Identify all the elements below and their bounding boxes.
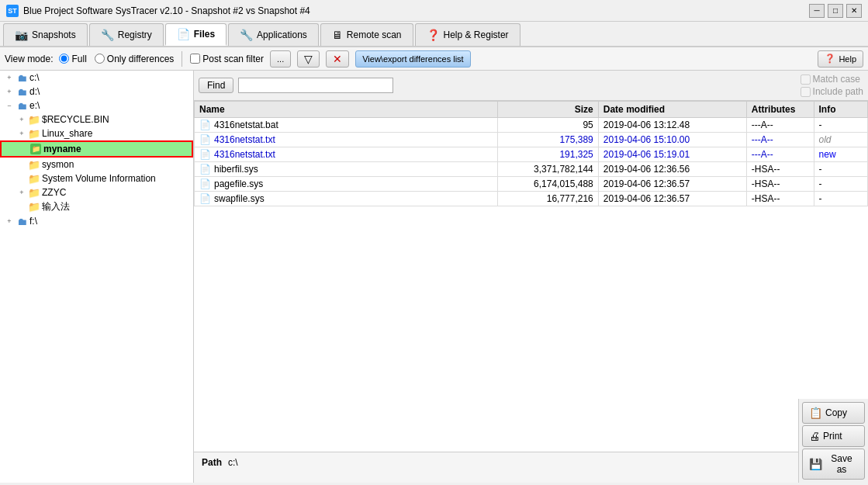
file-attributes-cell: ---A-- bbox=[746, 133, 814, 147]
expand-c-icon: + bbox=[3, 71, 16, 84]
view-mode-radio-group: Full Only differences bbox=[59, 54, 174, 64]
close-button[interactable]: ✕ bbox=[846, 4, 862, 18]
tree-item-linux-share[interactable]: + 📁 Linux_share bbox=[0, 126, 193, 140]
save-as-button[interactable]: 💾 Save as bbox=[802, 449, 865, 480]
file-name-cell: 📄pagefile.sys bbox=[195, 177, 498, 192]
tree-item-c[interactable]: + 🖿 c:\ bbox=[0, 71, 193, 85]
tab-files-label: Files bbox=[194, 29, 215, 40]
tree-label-sysvolinfo: System Volume Information bbox=[42, 173, 156, 184]
tree-item-sysmon[interactable]: 📁 sysmon bbox=[0, 158, 193, 171]
title-bar: ST Blue Project Software SysTracer v2.10… bbox=[0, 0, 868, 22]
print-icon: 🖨 bbox=[809, 430, 820, 442]
tab-remote-scan[interactable]: 🖥 Remote scan bbox=[320, 23, 413, 46]
radio-full[interactable]: Full bbox=[59, 54, 86, 64]
tree-item-recycle[interactable]: + 📁 $RECYCLE.BIN bbox=[0, 113, 193, 126]
file-size-cell: 6,174,015,488 bbox=[497, 177, 598, 192]
file-size-cell: 16,777,216 bbox=[497, 192, 598, 206]
tree-label-c: c:\ bbox=[29, 72, 40, 83]
file-tree-sidebar: + 🖿 c:\ + 🖿 d:\ − 🖿 e:\ + 📁 $RECYCLE.BIN… bbox=[0, 71, 194, 483]
radio-differences[interactable]: Only differences bbox=[95, 54, 175, 64]
tree-item-zzyc[interactable]: + 📁 ZZYC bbox=[0, 185, 193, 199]
minimize-button[interactable]: ─ bbox=[809, 4, 825, 18]
snapshots-icon: 📷 bbox=[15, 29, 28, 41]
post-scan-filter-checkbox[interactable]: Post scan filter bbox=[190, 54, 264, 64]
drive-c-icon: 🖿 bbox=[16, 71, 28, 84]
include-path-checkbox[interactable]: Include path bbox=[801, 86, 863, 97]
file-name-cell: 📄4316netstat.txt bbox=[195, 133, 498, 147]
file-info-cell: - bbox=[814, 192, 867, 206]
file-info-cell: - bbox=[814, 177, 867, 192]
print-button[interactable]: 🖨 Print bbox=[802, 425, 865, 447]
filter-clear-button[interactable]: ✕ bbox=[326, 50, 349, 68]
path-bar: Path c:\ bbox=[194, 452, 868, 483]
file-date-cell: 2019-04-06 12:36.57 bbox=[598, 192, 746, 206]
match-case-checkbox[interactable]: Match case bbox=[801, 74, 863, 85]
folder-linux-icon: 📁 bbox=[28, 127, 40, 140]
maximize-button[interactable]: □ bbox=[828, 4, 843, 18]
tree-label-recycle: $RECYCLE.BIN bbox=[42, 114, 109, 125]
tab-snapshots-label: Snapshots bbox=[32, 29, 76, 40]
tree-label-zzyc: ZZYC bbox=[42, 187, 66, 198]
table-row[interactable]: 📄4316netstat.bat952019-04-06 13:12.48---… bbox=[195, 118, 868, 133]
toolbar: View mode: Full Only differences Post sc… bbox=[0, 47, 868, 71]
find-input[interactable] bbox=[238, 78, 393, 93]
copy-button[interactable]: 📋 Copy bbox=[802, 402, 865, 424]
tab-applications-label: Applications bbox=[257, 29, 307, 40]
tree-item-input[interactable]: 📁 输入法 bbox=[0, 199, 193, 214]
col-size: Size bbox=[497, 102, 598, 118]
file-info-cell: new bbox=[814, 147, 867, 162]
table-row[interactable]: 📄hiberfil.sys3,371,782,1442019-04-06 12:… bbox=[195, 162, 868, 177]
tab-registry-label: Registry bbox=[118, 29, 152, 40]
table-row[interactable]: 📄4316netstat.txt175,3892019-04-06 15:10.… bbox=[195, 133, 868, 147]
file-table-container: Name Size Date modified Attributes Info … bbox=[194, 101, 868, 452]
expand-sysmon-icon bbox=[16, 158, 28, 171]
col-info: Info bbox=[814, 102, 867, 118]
file-attributes-cell: ---A-- bbox=[746, 147, 814, 162]
applications-icon: 🔧 bbox=[240, 29, 253, 41]
tab-files[interactable]: 📄 Files bbox=[165, 23, 227, 46]
view-mode-label: View mode: bbox=[5, 54, 53, 64]
tab-applications[interactable]: 🔧 Applications bbox=[228, 23, 319, 46]
tree-label-f: f:\ bbox=[29, 216, 37, 227]
tree-item-e[interactable]: − 🖿 e:\ bbox=[0, 99, 193, 113]
folder-recycle-icon: 📁 bbox=[28, 113, 40, 126]
tree-item-d[interactable]: + 🖿 d:\ bbox=[0, 85, 193, 99]
expand-zzyc-icon: + bbox=[16, 186, 28, 199]
folder-sysvolinfo-icon: 📁 bbox=[28, 172, 40, 185]
tab-snapshots[interactable]: 📷 Snapshots bbox=[3, 23, 88, 46]
expand-myname-icon bbox=[17, 143, 29, 155]
tree-item-f[interactable]: + 🖿 f:\ bbox=[0, 214, 193, 228]
tree-item-sysvolinfo[interactable]: 📁 System Volume Information bbox=[0, 171, 193, 185]
action-buttons: 📋 Copy 🖨 Print 💾 Save as bbox=[798, 399, 868, 483]
path-label: Path bbox=[202, 457, 222, 478]
copy-icon: 📋 bbox=[809, 407, 822, 419]
tab-remote-scan-label: Remote scan bbox=[347, 29, 402, 40]
find-button[interactable]: Find bbox=[199, 78, 233, 93]
file-date-cell: 2019-04-06 15:19.01 bbox=[598, 147, 746, 162]
tree-item-myname[interactable]: 📁 myname bbox=[0, 140, 193, 158]
expand-e-icon: − bbox=[3, 99, 16, 112]
file-table: Name Size Date modified Attributes Info … bbox=[194, 101, 868, 206]
filter-icon-button[interactable]: ▽ bbox=[297, 50, 320, 68]
table-row[interactable]: 📄4316netstat.txt191,3252019-04-06 15:19.… bbox=[195, 147, 868, 162]
table-row[interactable]: 📄pagefile.sys6,174,015,4882019-04-06 12:… bbox=[195, 177, 868, 192]
registry-icon: 🔧 bbox=[101, 29, 114, 41]
window-controls[interactable]: ─ □ ✕ bbox=[809, 4, 862, 18]
folder-myname-icon: 📁 bbox=[29, 143, 42, 155]
help-button[interactable]: ❓ Help bbox=[818, 50, 863, 68]
file-info-cell: old bbox=[814, 133, 867, 147]
tab-registry[interactable]: 🔧 Registry bbox=[89, 23, 164, 46]
tab-help-register[interactable]: ❓ Help & Register bbox=[415, 23, 520, 46]
file-icon: 📄 bbox=[199, 120, 211, 130]
col-attributes: Attributes bbox=[746, 102, 814, 118]
app-icon: ST bbox=[6, 5, 19, 17]
filter-options-button[interactable]: ... bbox=[270, 50, 291, 68]
save-as-icon: 💾 bbox=[809, 458, 822, 470]
expand-sysvolinfo-icon bbox=[16, 172, 28, 185]
table-row[interactable]: 📄swapfile.sys16,777,2162019-04-06 12:36.… bbox=[195, 192, 868, 206]
file-attributes-cell: -HSA-- bbox=[746, 162, 814, 177]
view-export-button[interactable]: View\export differences list bbox=[355, 50, 470, 68]
find-bar: Find Match case Include path bbox=[194, 71, 868, 101]
file-size-cell: 191,325 bbox=[497, 147, 598, 162]
file-date-cell: 2019-04-06 13:12.48 bbox=[598, 118, 746, 133]
